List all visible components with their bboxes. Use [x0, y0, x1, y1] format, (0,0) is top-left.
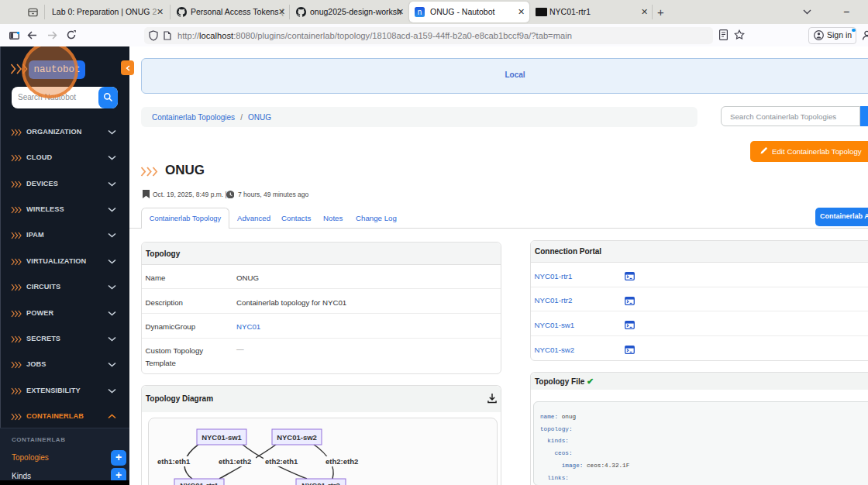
svg-text:eth2:eth1: eth2:eth1 — [265, 457, 298, 466]
svg-text:n: n — [417, 9, 422, 17]
svg-text:eth1:eth2: eth1:eth2 — [219, 457, 251, 466]
svg-text:NYC01-rtr2: NYC01-rtr2 — [301, 481, 340, 485]
svg-text:NYC01-sw2: NYC01-sw2 — [277, 433, 317, 442]
svg-text:NYC01-rtr1: NYC01-rtr1 — [180, 481, 219, 485]
svg-text:eth2:eth2: eth2:eth2 — [326, 457, 358, 466]
svg-text:eth1:eth1: eth1:eth1 — [157, 457, 191, 466]
svg-text:NYC01-sw1: NYC01-sw1 — [202, 433, 242, 442]
